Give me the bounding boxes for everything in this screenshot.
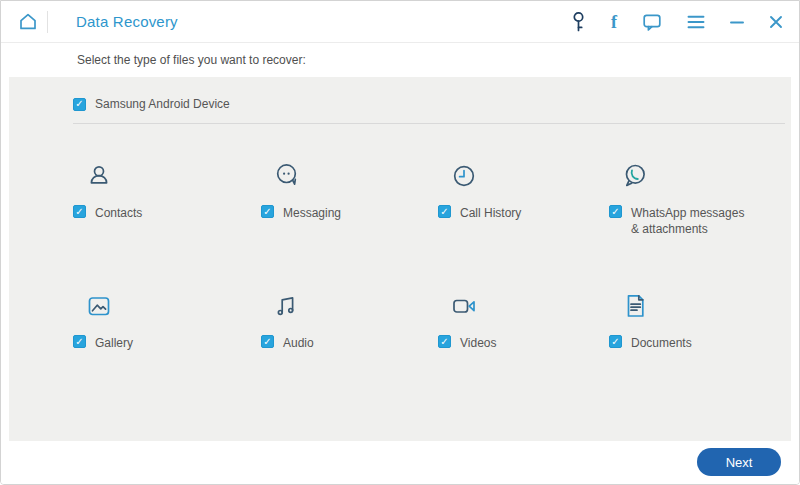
close-button[interactable] (767, 13, 785, 31)
gallery-label: Gallery (95, 335, 133, 351)
home-icon (17, 11, 39, 33)
check-icon: ✓ (263, 206, 271, 218)
file-type-videos: ✓ Videos (438, 291, 609, 421)
file-type-grid: ✓ Contacts ✓ Messaging (73, 161, 791, 421)
titlebar-actions: f (569, 9, 785, 35)
messaging-checkbox[interactable]: ✓ (261, 205, 274, 218)
titlebar-divider (47, 11, 48, 33)
next-button[interactable]: Next (697, 448, 781, 476)
call-history-checkbox[interactable]: ✓ (438, 205, 451, 218)
check-icon: ✓ (75, 98, 83, 110)
documents-checkbox-row[interactable]: ✓ Documents (609, 335, 692, 351)
gallery-checkbox[interactable]: ✓ (73, 335, 86, 348)
data-recovery-window: Data Recovery f (0, 0, 800, 485)
minimize-icon (730, 15, 744, 29)
device-label: Samsung Android Device (95, 96, 230, 112)
file-type-documents: ✓ Documents (609, 291, 791, 421)
minimize-button[interactable] (728, 13, 746, 31)
facebook-button[interactable]: f (609, 11, 619, 33)
audio-checkbox[interactable]: ✓ (261, 335, 274, 348)
file-type-gallery: ✓ Gallery (73, 291, 261, 421)
audio-icon (272, 291, 302, 323)
footer: Next (1, 441, 799, 484)
messaging-checkbox-row[interactable]: ✓ Messaging (261, 205, 341, 221)
gallery-checkbox-row[interactable]: ✓ Gallery (73, 335, 133, 351)
messaging-label: Messaging (283, 205, 341, 221)
window-title: Data Recovery (76, 13, 178, 30)
check-icon: ✓ (75, 336, 83, 348)
contacts-checkbox-row[interactable]: ✓ Contacts (73, 205, 142, 221)
feedback-button[interactable] (640, 10, 664, 34)
check-icon: ✓ (263, 336, 271, 348)
audio-checkbox-row[interactable]: ✓ Audio (261, 335, 314, 351)
check-icon: ✓ (611, 206, 619, 218)
call-history-checkbox-row[interactable]: ✓ Call History (438, 205, 521, 221)
file-selection-panel: ✓ Samsung Android Device ✓ Contacts (9, 77, 791, 441)
whatsapp-checkbox[interactable]: ✓ (609, 205, 622, 218)
videos-checkbox[interactable]: ✓ (438, 335, 451, 348)
whatsapp-icon (620, 161, 650, 193)
check-icon: ✓ (440, 336, 448, 348)
facebook-icon: f (611, 13, 617, 31)
feedback-bubble-icon (642, 12, 662, 32)
file-type-messaging: ✓ Messaging (261, 161, 438, 291)
check-icon: ✓ (440, 206, 448, 218)
documents-label: Documents (631, 335, 692, 351)
device-checkbox[interactable]: ✓ (73, 98, 86, 111)
file-type-whatsapp: ✓ WhatsApp messages & attachments (609, 161, 791, 291)
register-key-button[interactable] (569, 9, 588, 35)
menu-icon (687, 15, 705, 29)
file-type-call-history: ✓ Call History (438, 161, 609, 291)
file-type-contacts: ✓ Contacts (73, 161, 261, 291)
contacts-label: Contacts (95, 205, 142, 221)
whatsapp-label: WhatsApp messages & attachments (631, 205, 749, 237)
documents-icon (620, 291, 650, 323)
check-icon: ✓ (611, 336, 619, 348)
messaging-icon (272, 161, 302, 193)
audio-label: Audio (283, 335, 314, 351)
check-icon: ✓ (75, 206, 83, 218)
file-type-audio: ✓ Audio (261, 291, 438, 421)
videos-icon (449, 291, 479, 323)
gallery-icon (84, 291, 114, 323)
menu-button[interactable] (685, 13, 707, 31)
home-button[interactable] (13, 7, 43, 37)
instruction-strip: Select the type of files you want to rec… (1, 43, 799, 77)
videos-label: Videos (460, 335, 496, 351)
panel-divider (73, 123, 785, 124)
key-icon (571, 11, 586, 33)
contacts-icon (84, 161, 114, 193)
documents-checkbox[interactable]: ✓ (609, 335, 622, 348)
call-history-label: Call History (460, 205, 521, 221)
contacts-checkbox[interactable]: ✓ (73, 205, 86, 218)
close-icon (769, 15, 783, 29)
videos-checkbox-row[interactable]: ✓ Videos (438, 335, 496, 351)
device-checkbox-row[interactable]: ✓ Samsung Android Device (73, 96, 230, 112)
instruction-text: Select the type of files you want to rec… (77, 53, 306, 67)
whatsapp-checkbox-row[interactable]: ✓ WhatsApp messages & attachments (609, 205, 749, 237)
call-history-icon (449, 161, 479, 193)
title-bar: Data Recovery f (1, 1, 799, 43)
